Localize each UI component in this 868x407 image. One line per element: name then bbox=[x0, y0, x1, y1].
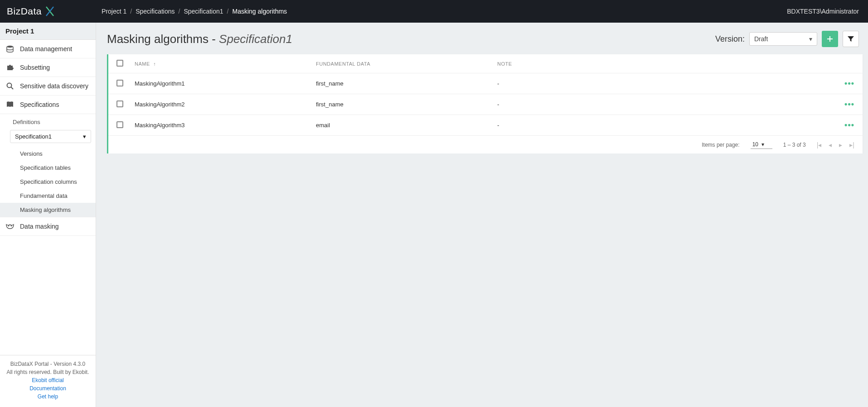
cell-name: MaskingAlgorithm2 bbox=[135, 101, 316, 108]
version-select[interactable]: Draft ▾ bbox=[749, 32, 817, 46]
sidebar-item-specifications[interactable]: Specifications bbox=[0, 96, 96, 114]
cell-note: - bbox=[497, 80, 836, 87]
definitions-label: Definitions bbox=[0, 114, 96, 128]
select-all-checkbox[interactable] bbox=[116, 60, 123, 67]
page-title: Masking algorithms - Specification1 bbox=[107, 32, 292, 46]
page-bar: Masking algorithms - Specification1 Vers… bbox=[96, 23, 868, 54]
breadcrumb-item-3: Masking algorithms bbox=[232, 8, 287, 15]
items-per-page-select[interactable]: 10 ▾ bbox=[751, 140, 772, 149]
page-next-icon[interactable]: ▸ bbox=[839, 141, 842, 148]
pagination-range: 1 – 3 of 3 bbox=[783, 142, 806, 148]
sort-asc-icon: ↑ bbox=[153, 61, 156, 67]
row-actions-icon[interactable]: ••• bbox=[844, 120, 854, 129]
specification-select[interactable]: Specification1 ▾ bbox=[10, 130, 91, 143]
row-actions-icon[interactable]: ••• bbox=[844, 79, 854, 88]
version-label: Version: bbox=[715, 34, 745, 44]
table-row[interactable]: MaskingAlgorithm3 email - ••• bbox=[108, 115, 863, 136]
sidebar-item-label: Subsetting bbox=[20, 64, 50, 71]
pager-buttons: |◂ ◂ ▸ ▸| bbox=[817, 141, 854, 148]
brand-text: BizData bbox=[7, 6, 42, 17]
table-footer: Items per page: 10 ▾ 1 – 3 of 3 |◂ ◂ ▸ ▸… bbox=[108, 136, 863, 153]
table-card: NAME ↑ FUNDAMENTAL DATA NOTE MaskingAlgo… bbox=[107, 54, 863, 153]
breadcrumb-item-1[interactable]: Specifications bbox=[136, 8, 175, 15]
row-checkbox[interactable] bbox=[116, 121, 123, 128]
sidebar-item-data-management[interactable]: Data management bbox=[0, 40, 96, 58]
cell-name: MaskingAlgorithm3 bbox=[135, 122, 316, 129]
svg-line-2 bbox=[11, 87, 14, 90]
breadcrumb-item-2[interactable]: Specification1 bbox=[184, 8, 223, 15]
version-controls: Version: Draft ▾ bbox=[715, 31, 859, 47]
sidebar-item-subsetting[interactable]: Subsetting bbox=[0, 58, 96, 77]
main-content: Masking algorithms - Specification1 Vers… bbox=[96, 23, 868, 153]
items-per-page-label: Items per page: bbox=[702, 142, 739, 148]
row-actions-icon[interactable]: ••• bbox=[844, 100, 854, 109]
brand-x-icon bbox=[44, 5, 56, 18]
page-last-icon[interactable]: ▸| bbox=[849, 141, 854, 148]
brand-logo[interactable]: BizData bbox=[0, 5, 96, 18]
chevron-down-icon: ▾ bbox=[83, 133, 86, 140]
breadcrumb-item-0[interactable]: Project 1 bbox=[102, 8, 126, 15]
plus-icon bbox=[826, 35, 834, 43]
page-prev-icon[interactable]: ◂ bbox=[829, 141, 832, 148]
col-header-note[interactable]: NOTE bbox=[497, 61, 836, 67]
filter-icon bbox=[847, 35, 854, 43]
search-icon bbox=[5, 81, 15, 91]
breadcrumb: Project 1 / Specifications / Specificati… bbox=[96, 8, 287, 15]
sidebar-item-sensitive-discovery[interactable]: Sensitive data discovery bbox=[0, 77, 96, 96]
svg-point-1 bbox=[7, 83, 12, 88]
cell-fundamental: first_name bbox=[316, 80, 497, 87]
col-header-name[interactable]: NAME ↑ bbox=[135, 61, 316, 67]
version-selected: Draft bbox=[754, 35, 768, 43]
filter-button[interactable] bbox=[843, 31, 859, 47]
page-first-icon[interactable]: |◂ bbox=[817, 141, 822, 148]
user-label[interactable]: BDXTEST3\Administrator bbox=[787, 8, 859, 15]
sidebar-item-label: Sensitive data discovery bbox=[20, 82, 88, 90]
cell-note: - bbox=[497, 101, 836, 108]
cell-note: - bbox=[497, 122, 836, 129]
table-header: NAME ↑ FUNDAMENTAL DATA NOTE bbox=[108, 54, 863, 73]
sidebar-item-label: Specifications bbox=[20, 101, 59, 108]
sidebar-item-label: Data management bbox=[20, 45, 72, 53]
table-row[interactable]: MaskingAlgorithm2 first_name - ••• bbox=[108, 94, 863, 115]
svg-point-0 bbox=[7, 46, 13, 48]
topbar: BizData Project 1 / Specifications / Spe… bbox=[0, 0, 868, 23]
database-icon bbox=[5, 44, 15, 53]
table-row[interactable]: MaskingAlgorithm1 first_name - ••• bbox=[108, 73, 863, 94]
chevron-down-icon: ▾ bbox=[809, 35, 812, 43]
page-title-prefix: Masking algorithms - bbox=[107, 32, 219, 46]
row-checkbox[interactable] bbox=[116, 80, 123, 86]
sidebar: Project 1 Data management Subsetting Sen… bbox=[0, 23, 96, 153]
specification-selected: Specification1 bbox=[15, 133, 52, 140]
row-checkbox[interactable] bbox=[116, 101, 123, 107]
cell-fundamental: email bbox=[316, 122, 497, 129]
col-header-fundamental[interactable]: FUNDAMENTAL DATA bbox=[316, 61, 497, 67]
sub-link-versions[interactable]: Versions bbox=[0, 147, 96, 153]
page-title-spec: Specification1 bbox=[219, 32, 292, 46]
add-button[interactable] bbox=[822, 31, 838, 47]
cell-name: MaskingAlgorithm1 bbox=[135, 80, 316, 87]
puzzle-icon bbox=[5, 63, 15, 72]
project-header[interactable]: Project 1 bbox=[0, 23, 96, 40]
cell-fundamental: first_name bbox=[316, 101, 497, 108]
book-icon bbox=[5, 100, 15, 109]
